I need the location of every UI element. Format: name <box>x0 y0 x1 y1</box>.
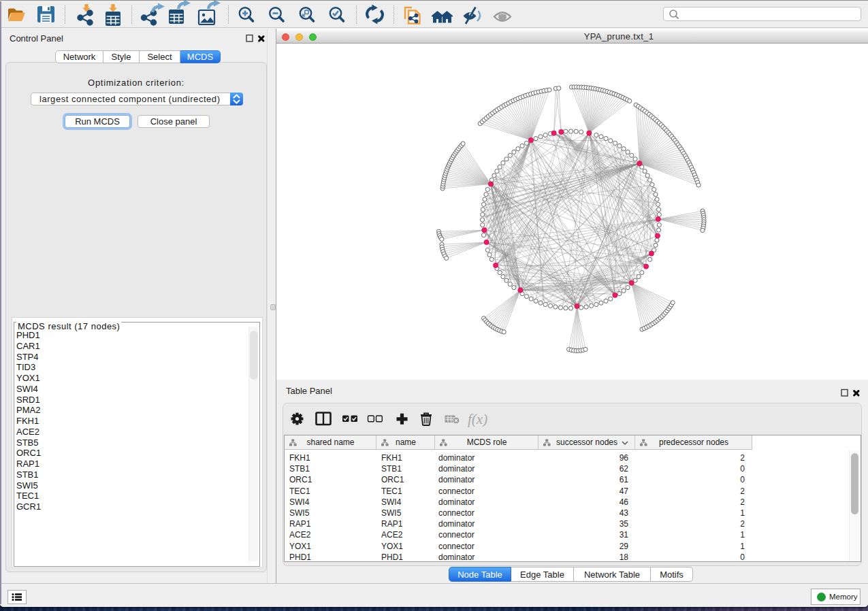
svg-text:f(x): f(x) <box>468 411 487 427</box>
